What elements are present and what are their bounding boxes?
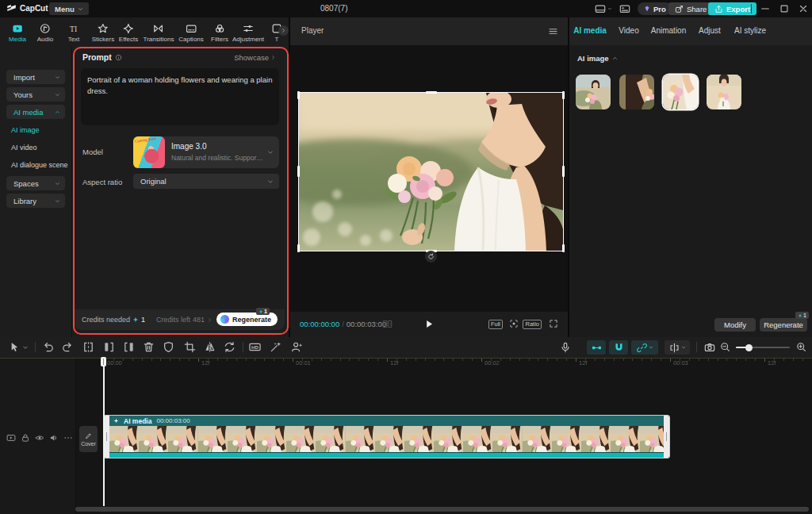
ai-media-clip[interactable]: AI media 00:00:03:00 — [103, 415, 670, 458]
slider-knob[interactable] — [745, 344, 753, 351]
info-icon[interactable] — [115, 54, 122, 61]
more-icon[interactable] — [63, 433, 73, 443]
hd-icon[interactable]: HD — [249, 341, 261, 353]
split-left-icon[interactable] — [103, 341, 115, 353]
ruler-tick — [377, 359, 378, 361]
trash-icon[interactable] — [143, 341, 155, 353]
track-icon[interactable] — [6, 433, 16, 443]
hamburger-icon[interactable] — [548, 26, 558, 36]
ratio-button[interactable]: Ratio — [523, 320, 542, 329]
main-track-magnet-toggle[interactable] — [587, 340, 606, 355]
magnet-icon — [614, 343, 624, 353]
replace-icon[interactable] — [224, 341, 236, 353]
ai-image-result-2[interactable] — [619, 75, 654, 109]
zoom-in-icon[interactable] — [796, 342, 806, 352]
ruler-tick — [283, 359, 284, 361]
layout-switch-button[interactable] — [595, 2, 612, 15]
cover-button[interactable]: Cover — [79, 426, 98, 452]
menu-button[interactable]: Menu — [49, 2, 89, 15]
maximize-icon[interactable] — [779, 2, 790, 15]
split-icon[interactable] — [82, 341, 94, 353]
tab-stickers[interactable]: Stickers — [92, 23, 114, 43]
full-screen-button[interactable]: Full — [488, 320, 503, 329]
tab-effects[interactable]: Effects — [119, 23, 138, 43]
linking-toggle[interactable] — [631, 340, 658, 355]
sidebar-item-ai-image[interactable]: AI image — [11, 126, 40, 134]
credits-left-link[interactable]: Credits left 481 — [156, 316, 213, 324]
model-select[interactable]: Coming Soon Image 3.0 Natural and realis… — [133, 136, 279, 168]
undo-icon[interactable] — [43, 341, 55, 353]
minimize-icon[interactable] — [760, 2, 771, 15]
play-icon[interactable] — [424, 319, 435, 329]
expand-icon[interactable] — [549, 319, 558, 328]
ai-image-result-1[interactable] — [576, 75, 611, 109]
wand-icon[interactable] — [270, 341, 282, 353]
regenerate-button[interactable]: Regenerate 1 — [760, 318, 807, 332]
tab-adjust[interactable]: Adjust — [699, 26, 721, 35]
tab-audio[interactable]: Audio — [37, 23, 53, 43]
preview-axis-button[interactable] — [665, 340, 690, 355]
tab-transitions[interactable]: Transitions — [144, 23, 174, 43]
clip-trim-handle-left[interactable] — [104, 416, 109, 458]
pointer-icon[interactable] — [8, 341, 20, 353]
ruler-tick — [227, 359, 228, 361]
tab-filters[interactable]: Filters — [211, 23, 228, 43]
chevron-down-icon[interactable] — [22, 344, 29, 351]
add-person-icon[interactable] — [291, 341, 303, 353]
modify-button[interactable]: Modify — [714, 318, 756, 332]
timeline-ruler[interactable]: 00:0012f00:0112f00:0212f00:0312f — [0, 359, 812, 370]
eye-icon[interactable] — [35, 433, 44, 443]
clip-trim-handle-right[interactable] — [664, 416, 669, 458]
mirror-icon[interactable] — [204, 341, 216, 353]
sidebar-item-import[interactable]: Import — [6, 70, 65, 84]
speaker-icon[interactable] — [49, 433, 59, 443]
panel-layout-button[interactable] — [619, 2, 630, 15]
playhead-line[interactable] — [103, 357, 105, 506]
crop-icon[interactable] — [184, 341, 196, 353]
tab-ai-media[interactable]: AI media — [573, 26, 607, 35]
export-button[interactable]: Export — [708, 2, 756, 15]
frames-icon[interactable] — [382, 319, 393, 329]
tab-text[interactable]: TIText — [68, 23, 80, 43]
ai-image-section-header[interactable]: AI image — [577, 54, 618, 63]
sidebar-item-ai-media[interactable]: AI media — [6, 105, 65, 119]
tab-ai-stylize[interactable]: AI stylize — [734, 26, 766, 35]
aspect-ratio-select[interactable]: Original — [133, 174, 279, 189]
sidebar-item-spaces[interactable]: Spaces — [6, 176, 65, 190]
redo-icon[interactable] — [61, 341, 73, 353]
ai-image-result-4[interactable] — [707, 75, 741, 109]
pro-badge-button[interactable]: Pro — [638, 2, 672, 15]
timeline-zoom-slider[interactable] — [736, 347, 790, 348]
rotate-handle[interactable] — [425, 251, 437, 263]
camera-icon[interactable] — [704, 342, 715, 353]
share-button[interactable]: Share — [668, 2, 713, 15]
mask-icon[interactable] — [163, 341, 174, 353]
lock-icon[interactable] — [21, 433, 30, 443]
sidebar-item-yours[interactable]: Yours — [6, 87, 65, 102]
filmstrip-frame — [139, 426, 168, 452]
zoom-out-icon[interactable] — [720, 342, 730, 352]
auto-snap-toggle[interactable] — [609, 340, 628, 355]
sidebar-item-ai-video[interactable]: AI video — [11, 144, 37, 152]
tab-video[interactable]: Video — [619, 26, 638, 35]
ai-image-result-3[interactable] — [663, 75, 698, 109]
current-time: 00:00:00:00 — [300, 320, 339, 328]
prompt-textarea[interactable]: Portrait of a woman holding flowers and … — [81, 68, 279, 125]
tab-media[interactable]: Media — [9, 23, 26, 43]
regenerate-button[interactable]: Regenerate 1 — [216, 313, 278, 326]
mic-icon[interactable] — [560, 342, 571, 353]
close-icon[interactable] — [798, 2, 809, 15]
tab-animation[interactable]: Animation — [651, 26, 686, 35]
split-right-icon[interactable] — [123, 341, 135, 353]
ruler-tick — [349, 359, 350, 361]
playhead-handle[interactable] — [101, 357, 106, 366]
showcase-link[interactable]: Showcase — [234, 53, 276, 62]
ruler-major-tick — [576, 359, 576, 362]
tab-adjustment[interactable]: Adjustment — [232, 23, 264, 43]
horizontal-scrollbar[interactable] — [75, 507, 809, 512]
focus-icon[interactable] — [509, 319, 519, 328]
sidebar-item-ai-dialogue-scene[interactable]: AI dialogue scene — [11, 161, 68, 169]
more-tabs-button[interactable] — [278, 25, 289, 36]
sidebar-item-library[interactable]: Library — [6, 194, 65, 208]
tab-captions[interactable]: Captions — [178, 23, 204, 43]
